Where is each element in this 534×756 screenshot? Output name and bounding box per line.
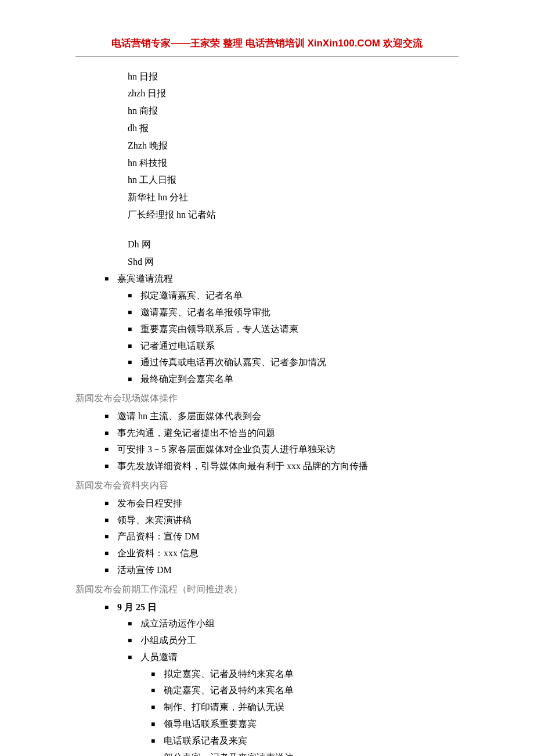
list-text: 产品资料：宣传 DM [117,531,200,541]
guest-invite-item: 最终确定到会嘉宾名单 [75,371,459,388]
list-text: 确定嘉宾、记者及特约来宾名单 [164,685,294,695]
media-item: hn 工人日报 [128,172,459,189]
list-text: 活动宣传 DM [117,565,172,575]
prework-subitem: 制作、打印请柬，并确认无误 [75,699,459,716]
list-text: 记者通过电话联系 [140,341,215,351]
list-text: 发布会日程安排 [117,498,182,508]
list-text: 制作、打印请柬，并确认无误 [164,702,284,712]
list-text: 企业资料：xxx 信息 [117,548,199,558]
prework-heading: 新闻发布会前期工作流程（时间推进表） [75,581,459,598]
media-item: 厂长经理报 hn 记者站 [128,207,459,224]
site-media-item: 可安排 3－5 家各层面媒体对企业负责人进行单独采访 [75,441,459,458]
list-text: 拟定嘉宾、记者及特约来宾名单 [164,669,294,679]
media-item: Zhzh 晚报 [128,138,459,154]
media-list-block: hn 日报 zhzh 日报 hn 商报 dh 报 Zhzh 晚报 hn 科技报 … [75,69,459,271]
prework-subitem: 确定嘉宾、记者及特约来宾名单 [75,682,459,699]
guest-invite-item: 记者通过电话联系 [75,338,459,355]
guest-invite-item: 拟定邀请嘉宾、记者名单 [75,287,459,304]
list-text: 事先发放详细资料，引导媒体向最有利于 xxx 品牌的方向传播 [117,461,368,471]
list-text: 成立活动运作小组 [140,618,215,628]
site-media-item: 邀请 hn 主流、多层面媒体代表到会 [75,408,459,425]
guest-invite-item: 重要嘉宾由领导联系后，专人送达请柬 [75,321,459,338]
media-item: hn 商报 [128,103,459,120]
media-item: zhzh 日报 [128,85,459,102]
list-text: 邀请 hn 主流、多层面媒体代表到会 [117,411,261,421]
list-text: 部分嘉宾、记者及来宾请柬送达 [164,753,294,756]
list-text: 领导电话联系重要嘉宾 [164,719,257,729]
prework-date-text: 9 月 25 日 [117,602,157,612]
site-media-heading: 新闻发布会现场媒体操作 [75,390,459,407]
prework-subitem: 领导电话联系重要嘉宾 [75,716,459,733]
list-text: 最终确定到会嘉宾名单 [140,374,233,384]
folder-content-item: 发布会日程安排 [75,495,459,512]
list-text: 领导、来宾演讲稿 [117,515,192,525]
header-divider [75,56,459,57]
media-item: Dh 网 [128,236,459,253]
prework-subitem: 电话联系记者及来宾 [75,733,459,750]
guest-invite-title-text: 嘉宾邀请流程 [117,273,173,283]
list-text: 可安排 3－5 家各层面媒体对企业负责人进行单独采访 [117,444,335,454]
media-item: Shd 网 [128,254,459,271]
folder-content-heading: 新闻发布会资料夹内容 [75,477,459,494]
prework-item: 成立活动运作小组 [75,615,459,632]
folder-content-item: 领导、来宾演讲稿 [75,512,459,529]
site-media-item: 事先沟通，避免记者提出不恰当的问题 [75,425,459,442]
list-text: 电话联系记者及来宾 [164,736,247,746]
folder-content-item: 产品资料：宣传 DM [75,528,459,545]
prework-date: 9 月 25 日 [75,599,459,616]
media-item: hn 日报 [128,69,459,85]
list-text: 人员邀请 [140,652,178,662]
guest-invite-item: 通过传真或电话再次确认嘉宾、记者参加情况 [75,354,459,371]
guest-invite-title: 嘉宾邀请流程 [75,271,459,287]
prework-item: 人员邀请 [75,649,459,666]
list-text: 拟定邀请嘉宾、记者名单 [140,290,243,300]
folder-content-item: 企业资料：xxx 信息 [75,545,459,562]
media-item: hn 科技报 [128,155,459,172]
prework-item: 小组成员分工 [75,632,459,649]
list-text: 小组成员分工 [140,635,196,645]
list-text: 事先沟通，避免记者提出不恰当的问题 [117,428,275,438]
list-text: 邀请嘉宾、记者名单报领导审批 [140,307,270,317]
prework-subitem: 拟定嘉宾、记者及特约来宾名单 [75,666,459,683]
folder-content-item: 活动宣传 DM [75,562,459,579]
prework-subitem: 部分嘉宾、记者及来宾请柬送达 [75,750,459,756]
media-item: 新华社 hn 分社 [128,189,459,206]
site-media-item: 事先发放详细资料，引导媒体向最有利于 xxx 品牌的方向传播 [75,458,459,475]
guest-invite-item: 邀请嘉宾、记者名单报领导审批 [75,304,459,321]
page-header: 电话营销专家——王家荣 整理 电话营销培训 XinXin100.COM 欢迎交流 [75,35,459,53]
list-text: 重要嘉宾由领导联系后，专人送达请柬 [140,324,298,334]
media-item: dh 报 [128,120,459,137]
list-text: 通过传真或电话再次确认嘉宾、记者参加情况 [140,357,326,367]
